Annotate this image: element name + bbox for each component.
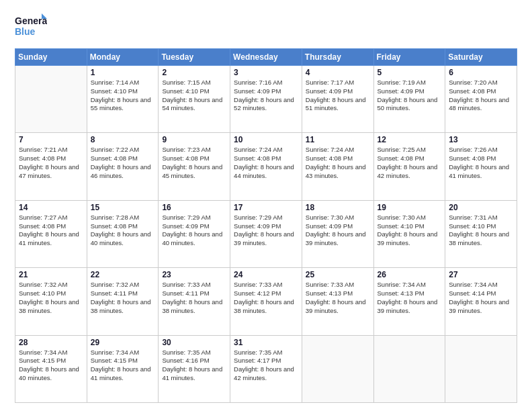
day-info: Sunrise: 7:34 AMSunset: 4:15 PMDaylight:… bbox=[19, 349, 83, 383]
day-info: Sunrise: 7:21 AMSunset: 4:08 PMDaylight:… bbox=[19, 146, 83, 180]
calendar-week-5: 28 Sunrise: 7:34 AMSunset: 4:15 PMDaylig… bbox=[15, 335, 517, 402]
day-header-tuesday: Tuesday bbox=[159, 49, 230, 66]
day-number: 14 bbox=[19, 203, 83, 212]
day-info: Sunrise: 7:34 AMSunset: 4:13 PMDaylight:… bbox=[378, 281, 442, 315]
header: General Blue bbox=[15, 12, 517, 42]
calendar-cell: 23 Sunrise: 7:33 AMSunset: 4:11 PMDaylig… bbox=[159, 268, 230, 335]
day-info: Sunrise: 7:19 AMSunset: 4:09 PMDaylight:… bbox=[378, 79, 442, 113]
day-number: 26 bbox=[378, 270, 442, 279]
calendar-cell: 21 Sunrise: 7:32 AMSunset: 4:10 PMDaylig… bbox=[15, 268, 87, 335]
calendar-cell: 18 Sunrise: 7:30 AMSunset: 4:09 PMDaylig… bbox=[302, 200, 373, 267]
calendar-cell bbox=[302, 335, 373, 402]
day-number: 2 bbox=[162, 68, 226, 77]
calendar-week-2: 7 Sunrise: 7:21 AMSunset: 4:08 PMDayligh… bbox=[15, 133, 517, 200]
day-info: Sunrise: 7:31 AMSunset: 4:10 PMDaylight:… bbox=[449, 214, 513, 248]
calendar-cell: 20 Sunrise: 7:31 AMSunset: 4:10 PMDaylig… bbox=[445, 200, 517, 267]
page: General Blue SundayMondayTuesdayWednesda… bbox=[0, 0, 532, 411]
day-number: 22 bbox=[91, 270, 155, 279]
calendar-cell: 27 Sunrise: 7:34 AMSunset: 4:14 PMDaylig… bbox=[445, 268, 517, 335]
calendar-cell: 2 Sunrise: 7:15 AMSunset: 4:10 PMDayligh… bbox=[159, 66, 230, 133]
day-number: 4 bbox=[306, 68, 370, 77]
calendar-cell: 8 Sunrise: 7:22 AMSunset: 4:08 PMDayligh… bbox=[87, 133, 159, 200]
calendar-cell: 5 Sunrise: 7:19 AMSunset: 4:09 PMDayligh… bbox=[373, 66, 445, 133]
day-info: Sunrise: 7:23 AMSunset: 4:08 PMDaylight:… bbox=[162, 146, 226, 180]
calendar-header-row: SundayMondayTuesdayWednesdayThursdayFrid… bbox=[15, 49, 517, 66]
calendar-cell bbox=[373, 335, 445, 402]
calendar-cell: 11 Sunrise: 7:24 AMSunset: 4:08 PMDaylig… bbox=[302, 133, 373, 200]
calendar-week-3: 14 Sunrise: 7:27 AMSunset: 4:08 PMDaylig… bbox=[15, 200, 517, 267]
day-info: Sunrise: 7:15 AMSunset: 4:10 PMDaylight:… bbox=[162, 79, 226, 113]
calendar-cell: 12 Sunrise: 7:25 AMSunset: 4:08 PMDaylig… bbox=[373, 133, 445, 200]
day-info: Sunrise: 7:29 AMSunset: 4:09 PMDaylight:… bbox=[162, 214, 226, 248]
day-info: Sunrise: 7:32 AMSunset: 4:10 PMDaylight:… bbox=[19, 281, 83, 315]
day-info: Sunrise: 7:30 AMSunset: 4:10 PMDaylight:… bbox=[378, 214, 442, 248]
day-number: 29 bbox=[91, 338, 155, 347]
day-number: 21 bbox=[19, 270, 83, 279]
day-info: Sunrise: 7:20 AMSunset: 4:08 PMDaylight:… bbox=[449, 79, 513, 113]
calendar-cell bbox=[15, 66, 87, 133]
day-info: Sunrise: 7:24 AMSunset: 4:08 PMDaylight:… bbox=[234, 146, 298, 180]
calendar-cell: 24 Sunrise: 7:33 AMSunset: 4:12 PMDaylig… bbox=[230, 268, 302, 335]
day-header-wednesday: Wednesday bbox=[230, 49, 302, 66]
day-number: 5 bbox=[378, 68, 442, 77]
calendar-cell: 6 Sunrise: 7:20 AMSunset: 4:08 PMDayligh… bbox=[445, 66, 517, 133]
calendar-cell: 13 Sunrise: 7:26 AMSunset: 4:08 PMDaylig… bbox=[445, 133, 517, 200]
day-number: 20 bbox=[449, 203, 513, 212]
calendar-week-4: 21 Sunrise: 7:32 AMSunset: 4:10 PMDaylig… bbox=[15, 268, 517, 335]
calendar-cell: 19 Sunrise: 7:30 AMSunset: 4:10 PMDaylig… bbox=[373, 200, 445, 267]
calendar-cell: 9 Sunrise: 7:23 AMSunset: 4:08 PMDayligh… bbox=[159, 133, 230, 200]
day-number: 31 bbox=[234, 338, 298, 347]
day-header-thursday: Thursday bbox=[302, 49, 373, 66]
day-number: 16 bbox=[162, 203, 226, 212]
day-number: 10 bbox=[234, 135, 298, 144]
day-number: 3 bbox=[234, 68, 298, 77]
calendar-cell: 15 Sunrise: 7:28 AMSunset: 4:08 PMDaylig… bbox=[87, 200, 159, 267]
calendar-cell: 14 Sunrise: 7:27 AMSunset: 4:08 PMDaylig… bbox=[15, 200, 87, 267]
calendar-cell bbox=[445, 335, 517, 402]
day-info: Sunrise: 7:25 AMSunset: 4:08 PMDaylight:… bbox=[378, 146, 442, 180]
day-info: Sunrise: 7:28 AMSunset: 4:08 PMDaylight:… bbox=[91, 214, 155, 248]
day-number: 18 bbox=[306, 203, 370, 212]
day-number: 23 bbox=[162, 270, 226, 279]
day-info: Sunrise: 7:22 AMSunset: 4:08 PMDaylight:… bbox=[91, 146, 155, 180]
calendar-cell: 16 Sunrise: 7:29 AMSunset: 4:09 PMDaylig… bbox=[159, 200, 230, 267]
day-info: Sunrise: 7:33 AMSunset: 4:12 PMDaylight:… bbox=[234, 281, 298, 315]
day-info: Sunrise: 7:33 AMSunset: 4:13 PMDaylight:… bbox=[306, 281, 370, 315]
day-number: 8 bbox=[91, 135, 155, 144]
day-info: Sunrise: 7:34 AMSunset: 4:14 PMDaylight:… bbox=[449, 281, 513, 315]
calendar-cell: 30 Sunrise: 7:35 AMSunset: 4:16 PMDaylig… bbox=[159, 335, 230, 402]
calendar-cell: 31 Sunrise: 7:35 AMSunset: 4:17 PMDaylig… bbox=[230, 335, 302, 402]
day-header-friday: Friday bbox=[373, 49, 445, 66]
day-number: 15 bbox=[91, 203, 155, 212]
day-number: 30 bbox=[162, 338, 226, 347]
day-info: Sunrise: 7:35 AMSunset: 4:17 PMDaylight:… bbox=[234, 349, 298, 383]
day-number: 27 bbox=[449, 270, 513, 279]
day-number: 11 bbox=[306, 135, 370, 144]
svg-text:Blue: Blue bbox=[15, 26, 36, 37]
logo-svg: General Blue bbox=[15, 12, 47, 42]
day-number: 24 bbox=[234, 270, 298, 279]
day-info: Sunrise: 7:27 AMSunset: 4:08 PMDaylight:… bbox=[19, 214, 83, 248]
day-number: 12 bbox=[378, 135, 442, 144]
day-header-saturday: Saturday bbox=[445, 49, 517, 66]
day-number: 7 bbox=[19, 135, 83, 144]
day-info: Sunrise: 7:30 AMSunset: 4:09 PMDaylight:… bbox=[306, 214, 370, 248]
day-info: Sunrise: 7:14 AMSunset: 4:10 PMDaylight:… bbox=[91, 79, 155, 113]
calendar-cell: 7 Sunrise: 7:21 AMSunset: 4:08 PMDayligh… bbox=[15, 133, 87, 200]
day-info: Sunrise: 7:33 AMSunset: 4:11 PMDaylight:… bbox=[162, 281, 226, 315]
calendar-cell: 29 Sunrise: 7:34 AMSunset: 4:15 PMDaylig… bbox=[87, 335, 159, 402]
day-info: Sunrise: 7:34 AMSunset: 4:15 PMDaylight:… bbox=[91, 349, 155, 383]
calendar-week-1: 1 Sunrise: 7:14 AMSunset: 4:10 PMDayligh… bbox=[15, 66, 517, 133]
calendar-cell: 28 Sunrise: 7:34 AMSunset: 4:15 PMDaylig… bbox=[15, 335, 87, 402]
day-number: 17 bbox=[234, 203, 298, 212]
day-number: 13 bbox=[449, 135, 513, 144]
day-number: 25 bbox=[306, 270, 370, 279]
day-number: 1 bbox=[91, 68, 155, 77]
day-info: Sunrise: 7:35 AMSunset: 4:16 PMDaylight:… bbox=[162, 349, 226, 383]
day-info: Sunrise: 7:17 AMSunset: 4:09 PMDaylight:… bbox=[306, 79, 370, 113]
day-info: Sunrise: 7:24 AMSunset: 4:08 PMDaylight:… bbox=[306, 146, 370, 180]
calendar-table: SundayMondayTuesdayWednesdayThursdayFrid… bbox=[15, 48, 517, 403]
day-header-monday: Monday bbox=[87, 49, 159, 66]
day-info: Sunrise: 7:16 AMSunset: 4:09 PMDaylight:… bbox=[234, 79, 298, 113]
logo: General Blue bbox=[15, 12, 47, 42]
